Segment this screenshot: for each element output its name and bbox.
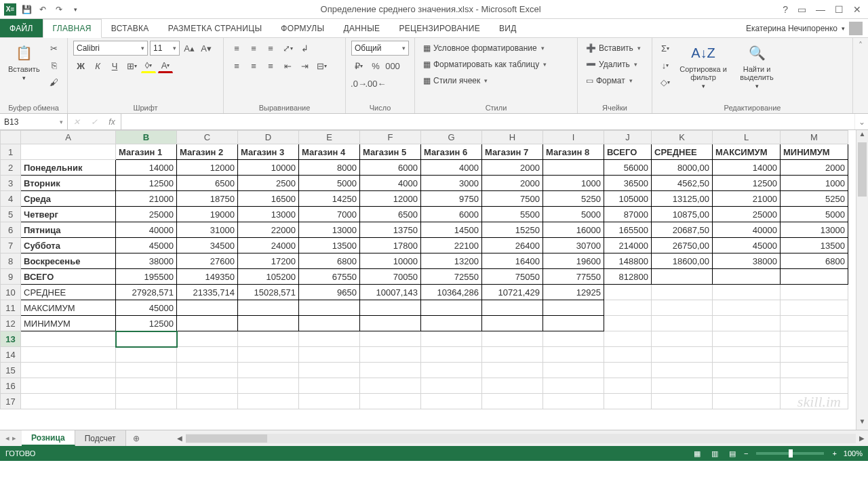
cell-F2[interactable]: 6000 (360, 160, 421, 176)
col-header-M[interactable]: M (781, 131, 848, 144)
cell-D14[interactable] (238, 347, 299, 363)
cell-M2[interactable]: 2000 (781, 160, 848, 176)
comma-format-icon[interactable]: 000 (385, 58, 400, 73)
align-left-icon[interactable]: ≡ (229, 58, 244, 73)
find-select-button[interactable]: 🔍 Найти и выделить▾ (734, 41, 780, 91)
cell-C13[interactable] (177, 331, 238, 347)
cell-B2[interactable]: 14000 (116, 160, 177, 176)
cell-B6[interactable]: 40000 (116, 222, 177, 238)
select-all-corner[interactable] (1, 131, 21, 144)
cell-I1[interactable]: Магазин 8 (543, 144, 604, 160)
normal-view-icon[interactable]: ▦ (688, 447, 706, 460)
orientation-icon[interactable]: ⤢▾ (280, 41, 295, 56)
undo-icon[interactable]: ↶ (37, 3, 49, 16)
cell-A17[interactable] (21, 394, 116, 409)
cell-K14[interactable] (652, 347, 713, 363)
cell-D10[interactable]: 15028,571 (238, 285, 299, 300)
cell-H15[interactable] (482, 363, 543, 378)
cell-G14[interactable] (421, 347, 482, 363)
cell-J12[interactable] (604, 316, 652, 331)
cell-H11[interactable] (482, 300, 543, 316)
cell-M9[interactable] (781, 269, 848, 285)
cell-E4[interactable]: 14250 (299, 191, 360, 207)
cell-M14[interactable] (781, 347, 848, 363)
row-header-10[interactable]: 10 (1, 285, 21, 300)
underline-button[interactable]: Ч (107, 58, 122, 73)
cell-L1[interactable]: МАКСИМУМ (713, 144, 781, 160)
cell-B12[interactable]: 12500 (116, 316, 177, 331)
cell-B10[interactable]: 27928,571 (116, 285, 177, 300)
cell-I8[interactable]: 19600 (543, 253, 604, 269)
cell-H5[interactable]: 5500 (482, 207, 543, 222)
cell-G9[interactable]: 72550 (421, 269, 482, 285)
tab-данные[interactable]: ДАННЫЕ (334, 19, 389, 37)
row-header-15[interactable]: 15 (1, 363, 21, 378)
redo-icon[interactable]: ↷ (53, 3, 65, 16)
cell-M8[interactable]: 6800 (781, 253, 848, 269)
cell-A13[interactable] (21, 331, 116, 347)
col-header-B[interactable]: B (116, 131, 177, 144)
cell-F15[interactable] (360, 363, 421, 378)
row-header-5[interactable]: 5 (1, 207, 21, 222)
tab-вставка[interactable]: ВСТАВКА (102, 19, 159, 37)
copy-icon[interactable]: ⎘ (47, 58, 62, 73)
cell-B4[interactable]: 21000 (116, 191, 177, 207)
cell-E5[interactable]: 7000 (299, 207, 360, 222)
cell-I9[interactable]: 77550 (543, 269, 604, 285)
sheet-tab-1[interactable]: Подсчет (75, 430, 126, 446)
row-header-16[interactable]: 16 (1, 378, 21, 394)
cell-F9[interactable]: 70050 (360, 269, 421, 285)
align-center-icon[interactable]: ≡ (246, 58, 261, 73)
font-size-combo[interactable]: 11▾ (150, 41, 180, 56)
align-top-icon[interactable]: ≡ (229, 41, 244, 56)
cell-F17[interactable] (360, 394, 421, 409)
cell-C8[interactable]: 27600 (177, 253, 238, 269)
cell-J11[interactable] (604, 300, 652, 316)
cell-C4[interactable]: 18750 (177, 191, 238, 207)
cell-M6[interactable]: 13000 (781, 222, 848, 238)
cell-A10[interactable]: СРЕДНЕЕ (21, 285, 116, 300)
maximize-icon[interactable]: ☐ (835, 4, 844, 15)
cell-J9[interactable]: 812800 (604, 269, 652, 285)
cell-D16[interactable] (238, 378, 299, 394)
row-header-13[interactable]: 13 (1, 331, 21, 347)
cell-D7[interactable]: 24000 (238, 238, 299, 253)
cell-K3[interactable]: 4562,50 (652, 176, 713, 191)
cell-E9[interactable]: 67550 (299, 269, 360, 285)
cell-L9[interactable] (713, 269, 781, 285)
cell-M11[interactable] (781, 300, 848, 316)
col-header-A[interactable]: A (21, 131, 116, 144)
scroll-down-icon[interactable]: ▼ (856, 418, 868, 430)
zoom-level[interactable]: 100% (844, 449, 863, 458)
cell-J16[interactable] (604, 378, 652, 394)
cell-D12[interactable] (238, 316, 299, 331)
cell-H17[interactable] (482, 394, 543, 409)
cell-H1[interactable]: Магазин 7 (482, 144, 543, 160)
name-box[interactable]: B13▾ (0, 114, 68, 129)
cell-D1[interactable]: Магазин 3 (238, 144, 299, 160)
cell-H14[interactable] (482, 347, 543, 363)
cell-D9[interactable]: 105200 (238, 269, 299, 285)
cell-A6[interactable]: Пятница (21, 222, 116, 238)
cell-C6[interactable]: 31000 (177, 222, 238, 238)
cell-L16[interactable] (713, 378, 781, 394)
cell-J7[interactable]: 214000 (604, 238, 652, 253)
formula-input[interactable] (121, 114, 854, 129)
new-sheet-button[interactable]: ⊕ (126, 430, 146, 446)
cell-E2[interactable]: 8000 (299, 160, 360, 176)
cell-K15[interactable] (652, 363, 713, 378)
cell-L7[interactable]: 45000 (713, 238, 781, 253)
cell-C7[interactable]: 34500 (177, 238, 238, 253)
cell-C17[interactable] (177, 394, 238, 409)
conditional-formatting-button[interactable]: ▦Условное форматирование▾ (420, 41, 547, 56)
format-cells-button[interactable]: ▭Формат▾ (583, 73, 635, 88)
cell-I13[interactable] (543, 331, 604, 347)
cell-B15[interactable] (116, 363, 177, 378)
qat-customize-icon[interactable]: ▾ (69, 3, 81, 16)
cell-M5[interactable]: 5000 (781, 207, 848, 222)
cell-L14[interactable] (713, 347, 781, 363)
cell-G16[interactable] (421, 378, 482, 394)
cell-G10[interactable]: 10364,286 (421, 285, 482, 300)
row-header-4[interactable]: 4 (1, 191, 21, 207)
tab-file[interactable]: ФАЙЛ (0, 19, 43, 37)
